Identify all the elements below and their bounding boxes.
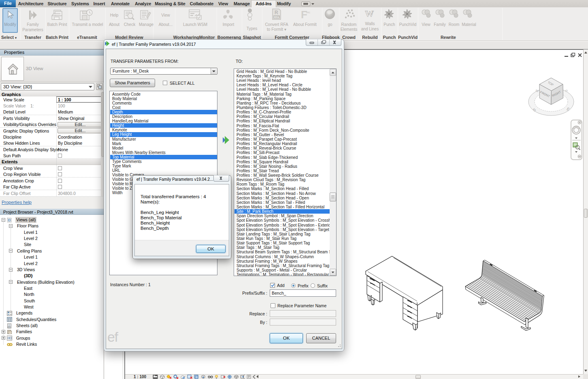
svg-text:W: W — [365, 9, 374, 19]
svg-text:PRO: PRO — [306, 11, 310, 14]
svg-text:RFA: RFA — [274, 16, 279, 19]
svg-text:F: F — [301, 9, 307, 20]
svg-text:9: 9 — [183, 377, 184, 379]
svg-text:R: R — [275, 10, 278, 15]
